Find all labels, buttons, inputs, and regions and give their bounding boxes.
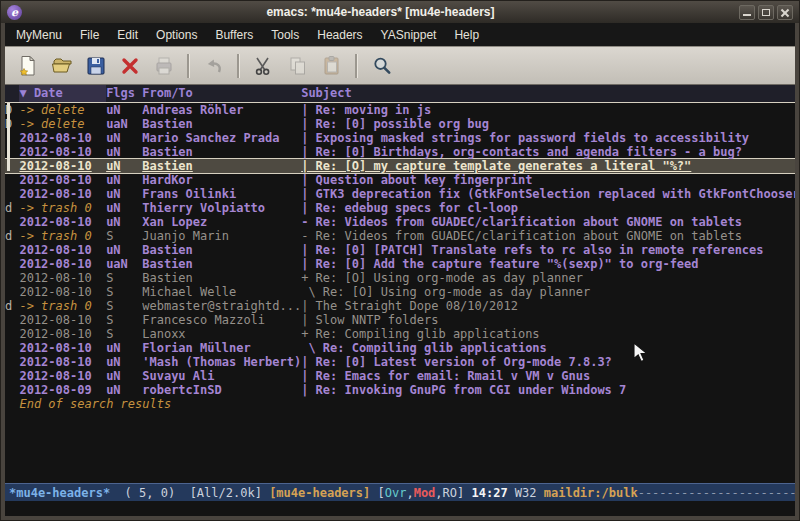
message-mark (5, 355, 19, 369)
message-from: robertcInSD (142, 383, 301, 397)
menu-item-help[interactable]: Help (445, 25, 488, 45)
message-flags: uN (106, 201, 142, 215)
menu-bar: MyMenuFileEditOptionsBuffersToolsHeaders… (5, 23, 795, 46)
message-subject: | Slow NNTP folders (301, 313, 795, 327)
message-subject: | Re: [O] my capture template generates … (301, 159, 795, 173)
column-header-flags[interactable]: Flgs (106, 85, 142, 102)
message-date: -> trash 0 (19, 299, 106, 313)
message-row[interactable]: 2012-08-10SFrancesco Mazzoli| Slow NNTP … (5, 313, 795, 327)
message-row[interactable]: 2012-08-10uNSuvayu Ali| Re: Emacs for em… (5, 369, 795, 383)
message-row[interactable]: 2012-08-10SLanoxx+ Re: Compiling glib ap… (5, 327, 795, 341)
message-flags: S (106, 299, 142, 313)
message-row[interactable]: D-> deleteuaNBastien| Re: [0] possible o… (5, 117, 795, 131)
message-row[interactable]: 2012-08-10uNHardKor| Question about key … (5, 173, 795, 187)
modeline-segment-plain: , (435, 486, 442, 500)
maximize-icon (762, 9, 770, 16)
close-buffer-icon[interactable] (116, 52, 143, 79)
message-date: -> delete (19, 103, 106, 117)
message-flags: uN (106, 383, 142, 397)
message-row[interactable]: 2012-08-10uNBastien| Re: [0] [PATCH] Tra… (5, 243, 795, 257)
message-date: 2012-08-10 (19, 187, 106, 201)
modeline-segment-buffer: *mu4e-headers* (9, 486, 110, 500)
message-date: 2012-08-10 (19, 159, 106, 173)
message-from: Andreas Röhler (142, 103, 301, 117)
message-row[interactable]: 2012-08-10uaNBastien| Re: [0] Add the ca… (5, 257, 795, 271)
window-title: emacs: *mu4e-headers* [mu4e-headers] (22, 5, 739, 19)
menu-item-tools[interactable]: Tools (262, 25, 308, 45)
new-file-icon[interactable] (14, 52, 41, 79)
message-date: 2012-08-10 (19, 327, 106, 341)
message-row[interactable]: 2012-08-10uNFrans Oilinki| GTK3 deprecat… (5, 187, 795, 201)
message-flags: uN (106, 355, 142, 369)
toolbar-separator (237, 54, 240, 78)
minimize-button[interactable] (739, 5, 755, 20)
message-row[interactable]: 2012-08-10uNMario Sanchez Prada| Exposin… (5, 131, 795, 145)
column-header-subject[interactable]: Subject (301, 85, 795, 102)
message-subject: | GTK3 deprecation fix (GtkFontSelection… (301, 187, 795, 201)
message-from: Bastien (142, 145, 301, 159)
message-subject: - Re: Videos from GUADEC/clarification a… (301, 229, 795, 243)
menu-item-options[interactable]: Options (147, 25, 206, 45)
modeline-segment-dashes: ---------------------- (638, 486, 795, 500)
scrollbar-thumb[interactable] (7, 97, 10, 171)
search-icon[interactable] (368, 52, 395, 79)
message-row[interactable]: d-> trash 0SJuanjo Marin- Re: Videos fro… (5, 229, 795, 243)
message-mark (5, 327, 19, 341)
menu-item-edit[interactable]: Edit (108, 25, 147, 45)
message-flags: uaN (106, 117, 142, 131)
message-from: HardKor (142, 173, 301, 187)
cut-icon[interactable] (250, 52, 277, 79)
message-row-current[interactable]: 2012-08-10uNBastien| Re: [O] my capture … (5, 159, 795, 173)
message-mark (5, 383, 19, 397)
message-row[interactable]: 2012-08-10uNXan Lopez- Re: Videos from G… (5, 215, 795, 229)
message-date: 2012-08-10 (19, 145, 106, 159)
message-from: Xan Lopez (142, 215, 301, 229)
message-row[interactable]: 2012-08-09uNrobertcInSD| Re: Invoking Gn… (5, 383, 795, 397)
message-subject: + Re: Compiling glib applications (301, 327, 795, 341)
message-mark (5, 285, 19, 299)
message-subject: \ Re: [O] Using org-mode as day planner (301, 285, 795, 299)
menu-item-mymenu[interactable]: MyMenu (7, 25, 71, 45)
column-header-from[interactable]: From/To (142, 85, 301, 102)
message-flags: S (106, 285, 142, 299)
column-header-date[interactable]: ▼ Date (19, 85, 106, 102)
message-date: 2012-08-10 (19, 215, 106, 229)
modeline-segment-plain: , (406, 486, 413, 500)
undo-icon (200, 52, 227, 79)
message-from: Bastien (142, 257, 301, 271)
message-row[interactable]: D-> deleteuNAndreas Röhler| Re: moving i… (5, 103, 795, 117)
menu-item-headers[interactable]: Headers (308, 25, 371, 45)
message-subject: | Re: [0] possible org bug (301, 117, 795, 131)
print-icon (150, 52, 177, 79)
message-from: Thierry Volpiatto (142, 201, 301, 215)
message-subject: - Re: Videos from GUADEC/clarification a… (301, 215, 795, 229)
message-subject: | Re: Invoking GnuPG from CGI under Wind… (301, 383, 795, 397)
message-date: 2012-08-10 (19, 313, 106, 327)
menu-item-yasnippet[interactable]: YASnippet (372, 25, 446, 45)
message-subject: | Exposing masked strings for password f… (301, 131, 795, 145)
message-row[interactable]: d-> trash 0uNThierry Volpiatto| Re: edeb… (5, 201, 795, 215)
message-flags: uN (106, 243, 142, 257)
message-flags: uN (106, 215, 142, 229)
menu-item-file[interactable]: File (71, 25, 108, 45)
maximize-button[interactable] (758, 5, 774, 20)
message-row[interactable]: 2012-08-10SMichael Welle \ Re: [O] Using… (5, 285, 795, 299)
message-flags: S (106, 327, 142, 341)
message-date: 2012-08-10 (19, 341, 106, 355)
message-row[interactable]: d-> trash 0Swebmaster@straightd...| The … (5, 299, 795, 313)
message-row[interactable]: 2012-08-10uNBastien| Re: [0] Birthdays, … (5, 145, 795, 159)
emacs-icon[interactable]: e (7, 5, 22, 20)
message-date: 2012-08-10 (19, 369, 106, 383)
message-flags: S (106, 229, 142, 243)
message-flags: uN (106, 103, 142, 117)
save-icon[interactable] (82, 52, 109, 79)
message-from: Juanjo Marin (142, 229, 301, 243)
toolbar-separator (187, 54, 190, 78)
message-flags: uN (106, 173, 142, 187)
message-row[interactable]: 2012-08-10SBastien+ Re: [O] Using org-mo… (5, 271, 795, 285)
message-row[interactable]: 2012-08-10uN'Mash (Thomas Herbert)| Re: … (5, 355, 795, 369)
open-file-icon[interactable] (48, 52, 75, 79)
menu-item-buffers[interactable]: Buffers (206, 25, 262, 45)
close-button[interactable] (777, 5, 793, 20)
message-row[interactable]: 2012-08-10uNFlorian Müllner \ Re: Compil… (5, 341, 795, 355)
